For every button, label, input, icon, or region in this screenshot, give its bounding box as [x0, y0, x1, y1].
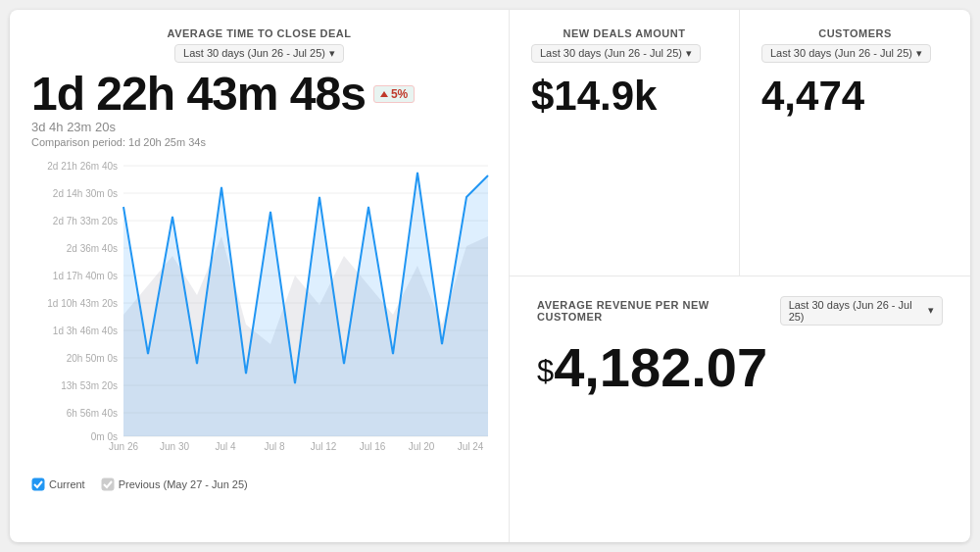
- new-deals-value: $14.9k: [531, 73, 717, 120]
- avg-revenue-header: AVERAGE REVENUE PER NEW CUSTOMER Last 30…: [537, 296, 943, 326]
- legend-current-label: Current: [49, 478, 85, 490]
- svg-rect-12: [102, 478, 114, 490]
- main-panel: AVERAGE TIME TO CLOSE DEAL Last 30 days …: [10, 10, 510, 542]
- currency-symbol: $: [537, 354, 554, 388]
- legend-previous: Previous (May 27 - Jun 25): [101, 477, 248, 491]
- x-label-1: Jun 30: [160, 441, 189, 452]
- main-date-selector[interactable]: Last 30 days (Jun 26 - Jul 25) ▾: [174, 44, 344, 63]
- comparison-text: Comparison period: 1d 20h 25m 34s: [31, 136, 487, 148]
- chevron-down-icon: ▾: [928, 304, 934, 317]
- new-deals-date-selector[interactable]: Last 30 days (Jun 26 - Jul 25) ▾: [531, 44, 701, 63]
- y-label-5: 1d 10h 43m 20s: [47, 298, 118, 309]
- new-deals-panel: NEW DEALS AMOUNT Last 30 days (Jun 26 - …: [510, 10, 740, 276]
- chart-svg: 2d 21h 26m 40s 2d 14h 30m 0s 2d 7h 33m 2…: [31, 158, 490, 452]
- chart-area: 2d 21h 26m 40s 2d 14h 30m 0s 2d 7h 33m 2…: [31, 158, 487, 472]
- legend-previous-label: Previous (May 27 - Jun 25): [119, 478, 248, 490]
- customers-value: 4,474: [761, 73, 949, 120]
- avg-revenue-date-selector[interactable]: Last 30 days (Jun 26 - Jul 25) ▾: [780, 296, 943, 326]
- current-checkbox-icon: [31, 477, 45, 491]
- avg-revenue-title: AVERAGE REVENUE PER NEW CUSTOMER: [537, 299, 768, 323]
- x-label-3: Jul 8: [264, 441, 285, 452]
- customers-panel: CUSTOMERS Last 30 days (Jun 26 - Jul 25)…: [740, 10, 970, 276]
- dashboard: AVERAGE TIME TO CLOSE DEAL Last 30 days …: [10, 10, 970, 542]
- main-value: 1d 22h 43m 48s: [31, 71, 366, 118]
- avg-revenue-panel: AVERAGE REVENUE PER NEW CUSTOMER Last 30…: [510, 276, 970, 543]
- avg-revenue-value: $4,182.07: [537, 335, 943, 399]
- top-right-panel: NEW DEALS AMOUNT Last 30 days (Jun 26 - …: [510, 10, 970, 276]
- y-label-7: 20h 50m 0s: [67, 353, 118, 364]
- x-label-6: Jul 20: [409, 441, 435, 452]
- customers-title: CUSTOMERS: [761, 27, 949, 39]
- y-label-1: 2d 14h 30m 0s: [53, 188, 118, 199]
- y-label-4: 1d 17h 40m 0s: [53, 271, 118, 281]
- x-label-0: Jun 26: [109, 441, 138, 452]
- chevron-down-icon: ▾: [329, 47, 335, 60]
- chart-legend: Current Previous (May 27 - Jun 25): [31, 477, 487, 491]
- customers-date-selector[interactable]: Last 30 days (Jun 26 - Jul 25) ▾: [761, 44, 931, 63]
- legend-current: Current: [31, 477, 85, 491]
- x-label-5: Jul 16: [360, 441, 386, 452]
- chevron-down-icon: ▾: [686, 47, 692, 60]
- trend-badge: 5%: [373, 85, 415, 103]
- secondary-value: 3d 4h 23m 20s: [31, 120, 487, 134]
- y-label-8: 13h 53m 20s: [61, 380, 118, 391]
- previous-checkbox-icon: [101, 477, 115, 491]
- x-label-4: Jul 12: [311, 441, 337, 452]
- y-label-6: 1d 3h 46m 40s: [53, 326, 118, 336]
- y-label-2: 2d 7h 33m 20s: [53, 216, 118, 226]
- new-deals-title: NEW DEALS AMOUNT: [531, 27, 717, 39]
- up-arrow-icon: [380, 91, 388, 97]
- x-label-7: Jul 24: [458, 441, 484, 452]
- chevron-down-icon: ▾: [916, 47, 922, 60]
- main-panel-title: AVERAGE TIME TO CLOSE DEAL: [31, 27, 487, 39]
- y-label-0: 2d 21h 26m 40s: [47, 161, 118, 172]
- y-label-9: 6h 56m 40s: [67, 408, 118, 419]
- svg-rect-11: [32, 478, 44, 490]
- x-label-2: Jul 4: [215, 441, 236, 452]
- y-label-3: 2d 36m 40s: [67, 243, 118, 254]
